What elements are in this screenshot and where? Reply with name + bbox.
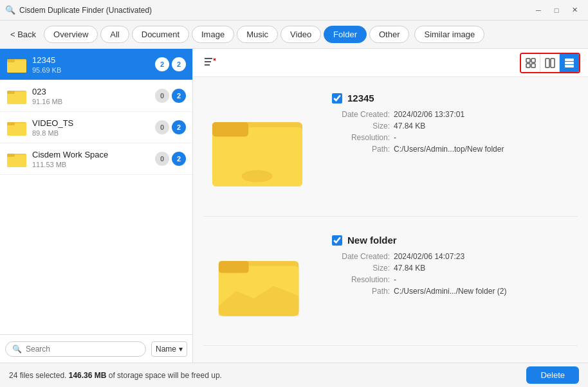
item-checkbox[interactable] xyxy=(332,93,342,104)
file-size: 111.53 MB xyxy=(32,161,150,168)
file-badges: 2 2 xyxy=(155,57,186,71)
date-created-label: Date Created: xyxy=(332,252,390,261)
grid-view-icon xyxy=(526,58,536,68)
status-text: 24 files selected. 146.36 MB of storage … xyxy=(9,371,522,380)
close-button[interactable]: ✕ xyxy=(566,4,583,17)
sort-clear-icon xyxy=(203,57,216,67)
file-name: Cisdem Work Space xyxy=(32,150,150,159)
right-panel: 12345 Date Created: 2024/02/06 13:37:01 … xyxy=(193,49,588,363)
meta-resolution: Resolution: - xyxy=(332,133,578,142)
tab-music[interactable]: Music xyxy=(237,26,278,43)
file-badges: 0 2 xyxy=(155,89,186,103)
badge-selected: 2 xyxy=(155,57,169,71)
svg-rect-32 xyxy=(219,261,249,273)
navbar: < Back Overview All Document Image Music… xyxy=(0,21,588,49)
file-badges: 0 2 xyxy=(155,152,186,166)
sort-button[interactable]: Name ▾ xyxy=(151,341,187,357)
path-value: C:/Users/Admin...top/New folder xyxy=(394,145,504,154)
file-list: 12345 95.69 KB 2 2 023 91.16 MB xyxy=(0,49,192,334)
date-created-label: Date Created: xyxy=(332,110,390,119)
size-label: Size: xyxy=(332,264,390,273)
size-label: Size: xyxy=(332,122,390,130)
badge-total: 2 xyxy=(172,120,186,134)
folder-icon xyxy=(6,117,27,138)
file-info: VIDEO_TS 89.8 MB xyxy=(32,118,150,137)
folder-thumbnail-icon xyxy=(210,94,313,197)
view-grid-button[interactable] xyxy=(521,54,540,72)
tab-image[interactable]: Image xyxy=(192,26,234,43)
tab-other[interactable]: Other xyxy=(369,26,410,43)
file-name: 12345 xyxy=(32,55,150,65)
tab-similar-image[interactable]: Similar image xyxy=(414,26,484,43)
svg-rect-11 xyxy=(7,154,15,157)
status-suffix: of storage space will be freed up. xyxy=(109,371,222,380)
status-size: 146.36 MB xyxy=(69,371,107,380)
sort-label: Name xyxy=(156,345,176,354)
item-title: New folder xyxy=(347,235,397,246)
minimize-button[interactable]: ─ xyxy=(530,4,547,17)
meta-date-created: Date Created: 2024/02/06 13:37:01 xyxy=(332,110,578,119)
tab-document[interactable]: Document xyxy=(132,26,189,43)
svg-rect-17 xyxy=(526,59,530,62)
view-list-button[interactable] xyxy=(560,54,579,72)
resolution-label: Resolution: xyxy=(332,275,390,284)
list-view-icon xyxy=(564,58,574,68)
file-info: 023 91.16 MB xyxy=(32,87,150,105)
search-box[interactable]: 🔍 xyxy=(5,341,146,357)
item-thumbnail xyxy=(203,87,319,203)
svg-rect-8 xyxy=(7,122,15,125)
delete-button[interactable]: Delete xyxy=(526,366,579,384)
tab-folder[interactable]: Folder xyxy=(324,26,367,43)
svg-rect-22 xyxy=(551,59,555,68)
svg-rect-21 xyxy=(546,59,549,68)
search-input[interactable] xyxy=(26,345,139,354)
item-header: 12345 xyxy=(332,93,578,104)
badge-total: 2 xyxy=(172,89,186,103)
sort-clear-button[interactable] xyxy=(201,54,219,72)
back-button[interactable]: < Back xyxy=(5,27,41,42)
item-details: New folder Date Created: 2024/02/06 14:0… xyxy=(332,230,578,298)
meta-resolution: Resolution: - xyxy=(332,275,578,284)
meta-size: Size: 47.84 KB xyxy=(332,264,578,273)
tab-overview[interactable]: Overview xyxy=(44,26,98,43)
date-created-value: 2024/02/06 14:07:23 xyxy=(394,252,464,261)
list-item[interactable]: 023 91.16 MB 0 2 xyxy=(0,80,192,112)
svg-point-29 xyxy=(242,170,273,182)
duplicate-item-block: New folder Date Created: 2024/02/06 14:0… xyxy=(203,230,578,346)
list-item[interactable]: VIDEO_TS 89.8 MB 0 2 xyxy=(0,112,192,143)
file-size: 89.8 MB xyxy=(32,129,150,137)
titlebar: 🔍 Cisdem Duplicate Finder (Unactivated) … xyxy=(0,0,588,21)
tab-all[interactable]: All xyxy=(100,26,129,43)
file-name: 023 xyxy=(32,87,150,96)
compare-view-icon xyxy=(545,58,555,68)
file-name: VIDEO_TS xyxy=(32,118,150,128)
badge-total: 2 xyxy=(172,57,186,71)
left-panel-bottom: 🔍 Name ▾ xyxy=(0,334,192,363)
status-prefix: 24 files selected. xyxy=(9,371,66,380)
badge-total: 2 xyxy=(172,152,186,166)
file-info: Cisdem Work Space 111.53 MB xyxy=(32,150,150,168)
size-value: 47.84 KB xyxy=(394,122,425,130)
statusbar: 24 files selected. 146.36 MB of storage … xyxy=(0,363,588,387)
svg-rect-18 xyxy=(531,59,535,62)
tab-video[interactable]: Video xyxy=(280,26,321,43)
item-checkbox[interactable] xyxy=(332,235,342,246)
svg-rect-25 xyxy=(565,65,574,68)
meta-size: Size: 47.84 KB xyxy=(332,122,578,130)
app-icon: 🔍 xyxy=(5,5,15,15)
view-compare-button[interactable] xyxy=(540,54,560,72)
main-content: 12345 95.69 KB 2 2 023 91.16 MB xyxy=(0,49,588,363)
meta-path: Path: C:/Users/Admini.../New folder (2) xyxy=(332,287,578,296)
path-label: Path: xyxy=(332,145,390,154)
folder-icon xyxy=(6,54,27,75)
right-content[interactable]: 12345 Date Created: 2024/02/06 13:37:01 … xyxy=(193,77,588,363)
maximize-button[interactable]: □ xyxy=(548,4,565,17)
titlebar-title: Cisdem Duplicate Finder (Unactivated) xyxy=(19,6,530,15)
path-label: Path: xyxy=(332,287,390,296)
list-item[interactable]: Cisdem Work Space 111.53 MB 0 2 xyxy=(0,143,192,175)
search-icon: 🔍 xyxy=(12,345,22,354)
svg-rect-20 xyxy=(531,64,535,68)
list-item[interactable]: 12345 95.69 KB 2 2 xyxy=(0,49,192,80)
meta-date-created: Date Created: 2024/02/06 14:07:23 xyxy=(332,252,578,261)
item-title: 12345 xyxy=(347,93,374,104)
